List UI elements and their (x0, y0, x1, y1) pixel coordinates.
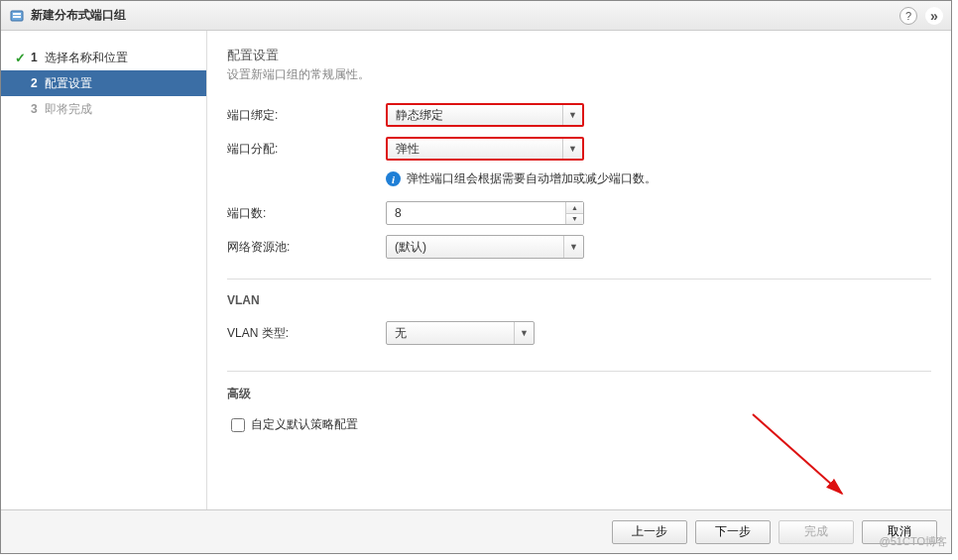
spinner-up-icon[interactable]: ▲ (566, 202, 583, 214)
portgroup-icon (9, 8, 25, 24)
dialog-body: ✓ 1 选择名称和位置 2 配置设置 3 即将完成 配置设置 设置新端口组的常规… (1, 31, 951, 509)
info-icon: i (386, 171, 401, 186)
info-text: 弹性端口组会根据需要自动增加或减少端口数。 (407, 170, 657, 187)
select-value: 弹性 (388, 139, 562, 159)
step-select-name[interactable]: ✓ 1 选择名称和位置 (1, 45, 206, 70)
finish-button: 完成 (778, 520, 854, 544)
titlebar: 新建分布式端口组 ? » (1, 1, 951, 31)
select-value: 静态绑定 (388, 105, 562, 125)
cancel-button[interactable]: 取消 (862, 520, 937, 544)
chevron-down-icon: ▼ (514, 322, 534, 344)
spinner-value: 8 (387, 202, 565, 224)
svg-rect-1 (13, 13, 21, 15)
back-button[interactable]: 上一步 (612, 520, 687, 544)
title-actions: ? » (899, 7, 943, 25)
resource-pool-select[interactable]: (默认) ▼ (386, 235, 584, 259)
step-num: 1 (31, 51, 45, 64)
select-value: (默认) (387, 236, 563, 258)
panel-subheading: 设置新端口组的常规属性。 (227, 66, 931, 83)
port-count-input[interactable]: 8 ▲ ▼ (386, 201, 584, 225)
help-button[interactable]: ? (899, 7, 917, 25)
expand-button[interactable]: » (925, 7, 943, 25)
step-label: 即将完成 (45, 101, 92, 118)
next-button[interactable]: 下一步 (695, 520, 771, 544)
spinner-down-icon[interactable]: ▼ (566, 214, 583, 225)
vlan-type-label: VLAN 类型: (227, 325, 386, 342)
chevron-down-icon: ▼ (562, 105, 582, 125)
step-label: 配置设置 (45, 75, 92, 92)
vlan-type-select[interactable]: 无 ▼ (386, 321, 535, 345)
check-icon: ✓ (15, 51, 31, 65)
port-binding-label: 端口绑定: (227, 107, 386, 124)
svg-rect-2 (13, 16, 21, 18)
step-num: 3 (31, 102, 45, 116)
chevron-down-icon: ▼ (563, 236, 583, 258)
select-value: 无 (387, 322, 514, 344)
advanced-section: 高级 (227, 371, 931, 402)
dialog-title: 新建分布式端口组 (31, 7, 899, 24)
port-alloc-select[interactable]: 弹性 ▼ (386, 137, 584, 161)
port-alloc-label: 端口分配: (227, 141, 386, 158)
wizard-steps: ✓ 1 选择名称和位置 2 配置设置 3 即将完成 (1, 31, 207, 509)
wizard-dialog: 新建分布式端口组 ? » ✓ 1 选择名称和位置 2 配置设置 3 即将完成 (0, 0, 952, 554)
resource-pool-label: 网络资源池: (227, 239, 386, 256)
panel-heading: 配置设置 (227, 47, 931, 64)
custom-policy-label: 自定义默认策略配置 (251, 416, 358, 433)
step-finish[interactable]: 3 即将完成 (1, 96, 206, 122)
custom-policy-checkbox[interactable] (231, 418, 245, 432)
step-label: 选择名称和位置 (45, 50, 128, 66)
step-configure[interactable]: 2 配置设置 (1, 70, 206, 96)
vlan-section: VLAN (227, 279, 931, 307)
footer: 上一步 下一步 完成 取消 (1, 509, 951, 553)
elastic-info: i 弹性端口组会根据需要自动增加或减少端口数。 (386, 170, 931, 187)
main-panel: 配置设置 设置新端口组的常规属性。 端口绑定: 静态绑定 ▼ 端口分配: 弹性 … (207, 31, 951, 509)
chevron-down-icon: ▼ (562, 139, 582, 159)
port-count-label: 端口数: (227, 205, 386, 222)
port-binding-select[interactable]: 静态绑定 ▼ (386, 103, 584, 127)
step-num: 2 (31, 76, 45, 90)
